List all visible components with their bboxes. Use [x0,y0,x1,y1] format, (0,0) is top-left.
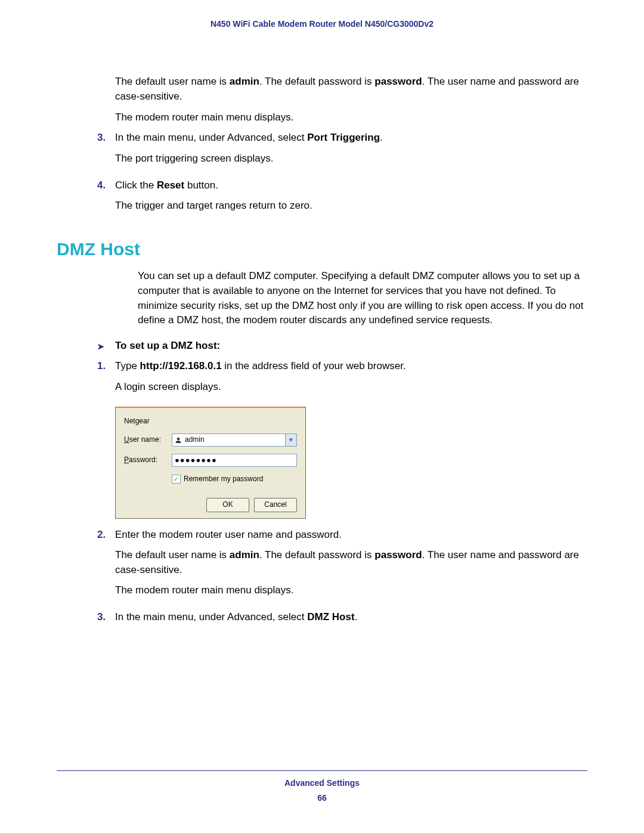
text-bold: DMZ Host [307,611,354,623]
section-title-dmz-host: DMZ Host [57,236,587,262]
text: In the main menu, under Advanced, select [115,132,307,143]
step-number: 1. [97,359,115,400]
paragraph: The trigger and target ranges return to … [115,199,587,213]
footer-page-number: 66 [57,792,587,804]
svg-point-0 [177,438,180,441]
step-number: 3. [97,131,115,172]
arrow-icon: ➤ [97,339,115,354]
text-bold: admin [230,76,259,87]
paragraph: Enter the modem router user name and pas… [115,528,587,543]
remember-label: Remember my password [184,474,263,484]
check-icon: ✓ [174,476,179,482]
password-input[interactable]: ●●●●●●●● [172,454,297,467]
step-3: 3. In the main menu, under Advanced, sel… [97,131,587,172]
chevron-down-icon: ▾ [289,435,293,445]
text-bold: http://192.168.0.1 [140,360,222,371]
remember-checkbox[interactable]: ✓ [172,475,181,484]
dmz-step-2: 2. Enter the modem router user name and … [97,528,587,605]
paragraph: The default user name is admin. The defa… [115,548,587,577]
paragraph: You can set up a default DMZ computer. S… [97,269,587,328]
person-icon [175,436,182,444]
step-number: 4. [97,178,115,219]
text: . The default password is [259,76,374,87]
dropdown-button[interactable]: ▾ [285,434,296,446]
paragraph: The port triggering screen displays. [115,151,587,166]
dmz-step-3: 3. In the main menu, under Advanced, sel… [97,610,587,631]
paragraph: The modem router main menu displays. [115,583,587,598]
username-label: User name: [124,435,172,445]
password-label: Password: [124,455,172,465]
step-4: 4. Click the Reset button. The trigger a… [97,178,587,219]
login-dialog: Netgear User name: admin ▾ Password: ●●● [115,407,306,519]
step-number: 2. [97,528,115,605]
text: Type [115,360,140,371]
text: . [355,611,358,623]
text: In the main menu, under Advanced, select [115,611,307,623]
realm-label: Netgear [124,416,150,426]
task-text: To set up a DMZ host: [115,339,220,354]
page-footer: Advanced Settings 66 [57,770,587,806]
text: in the address field of your web browser… [222,360,406,371]
password-value: ●●●●●●●● [175,455,217,466]
username-input[interactable]: admin ▾ [172,433,297,447]
text-bold: Reset [157,179,184,191]
text: The default user name is [115,549,230,561]
text: . The default password is [259,549,374,561]
task-heading: ➤ To set up a DMZ host: [97,339,587,354]
text-bold: password [374,76,422,87]
page-header: N450 WiFi Cable Modem Router Model N450/… [57,18,587,30]
text: Click the [115,179,157,191]
cancel-button[interactable]: Cancel [254,498,297,512]
text: button. [184,179,218,191]
paragraph: The default user name is admin. The defa… [115,75,587,104]
paragraph: A login screen displays. [115,380,587,395]
text-bold: password [374,549,422,561]
text-bold: admin [230,549,259,561]
paragraph: The modem router main menu displays. [115,110,587,125]
dmz-step-1: 1. Type http://192.168.0.1 in the addres… [97,359,587,400]
footer-section: Advanced Settings [57,777,587,789]
text: . [380,132,383,143]
username-value: admin [185,435,205,445]
ok-button[interactable]: OK [206,498,249,512]
text: The default user name is [115,76,230,87]
step-number: 3. [97,610,115,631]
text-bold: Port Triggering [307,132,380,143]
